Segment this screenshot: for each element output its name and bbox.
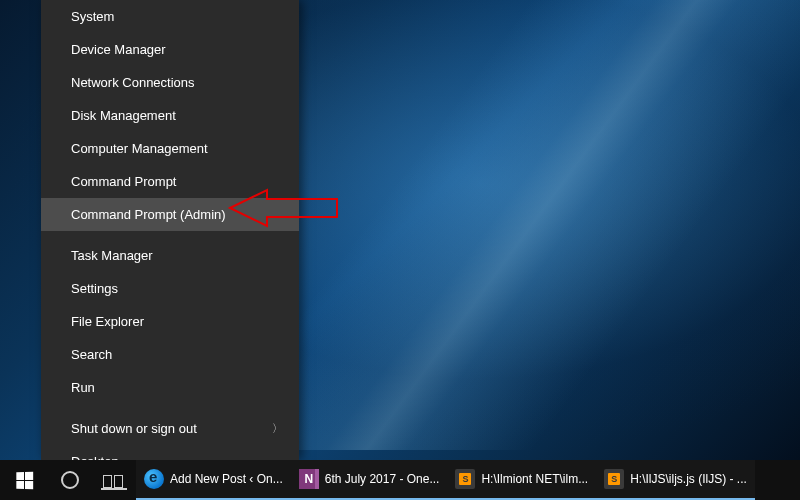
menu-item-label: Command Prompt — [71, 174, 176, 189]
taskbar-task-sublime-2[interactable]: S H:\IlJS\iljs.js (IlJS) - ... — [596, 460, 755, 500]
taskbar-task-label: Add New Post ‹ On... — [170, 472, 283, 486]
menu-item-command-prompt-admin[interactable]: Command Prompt (Admin) — [41, 198, 299, 231]
menu-item-label: Network Connections — [71, 75, 195, 90]
taskbar-task-label: 6th July 2017 - One... — [325, 472, 440, 486]
taskbar-task-sublime-1[interactable]: S H:\Ilmiont NET\ilm... — [447, 460, 596, 500]
menu-item-command-prompt[interactable]: Command Prompt — [41, 165, 299, 198]
task-view-icon — [103, 472, 125, 488]
menu-item-label: Shut down or sign out — [71, 421, 197, 436]
taskbar: Add New Post ‹ On... N 6th July 2017 - O… — [0, 460, 800, 500]
taskbar-task-onenote[interactable]: N 6th July 2017 - One... — [291, 460, 448, 500]
menu-item-label: File Explorer — [71, 314, 144, 329]
start-button[interactable] — [0, 460, 48, 500]
menu-item-label: Settings — [71, 281, 118, 296]
menu-item-shutdown-signout[interactable]: Shut down or sign out 〉 — [41, 412, 299, 445]
menu-item-computer-management[interactable]: Computer Management — [41, 132, 299, 165]
menu-item-disk-management[interactable]: Disk Management — [41, 99, 299, 132]
chevron-right-icon: 〉 — [272, 421, 283, 436]
menu-item-label: Device Manager — [71, 42, 166, 57]
menu-item-desktop[interactable]: Desktop — [41, 445, 299, 460]
menu-item-file-explorer[interactable]: File Explorer — [41, 305, 299, 338]
menu-item-label: Computer Management — [71, 141, 208, 156]
winx-power-user-menu: System Device Manager Network Connection… — [41, 0, 299, 460]
menu-item-label: Run — [71, 380, 95, 395]
menu-item-system[interactable]: System — [41, 0, 299, 33]
edge-browser-icon — [144, 469, 164, 489]
onenote-icon: N — [299, 469, 319, 489]
menu-item-label: Command Prompt (Admin) — [71, 207, 226, 222]
menu-item-task-manager[interactable]: Task Manager — [41, 239, 299, 272]
menu-item-label: Task Manager — [71, 248, 153, 263]
cortana-button[interactable] — [48, 460, 92, 500]
menu-item-device-manager[interactable]: Device Manager — [41, 33, 299, 66]
menu-item-label: Search — [71, 347, 112, 362]
windows-logo-icon — [16, 471, 33, 489]
task-view-button[interactable] — [92, 460, 136, 500]
taskbar-task-label: H:\Ilmiont NET\ilm... — [481, 472, 588, 486]
menu-item-settings[interactable]: Settings — [41, 272, 299, 305]
sublime-text-icon: S — [455, 469, 475, 489]
menu-item-run[interactable]: Run — [41, 371, 299, 404]
menu-item-label: System — [71, 9, 114, 24]
taskbar-task-label: H:\IlJS\iljs.js (IlJS) - ... — [630, 472, 747, 486]
cortana-icon — [61, 471, 79, 489]
sublime-text-icon: S — [604, 469, 624, 489]
menu-item-label: Disk Management — [71, 108, 176, 123]
menu-item-search[interactable]: Search — [41, 338, 299, 371]
taskbar-task-edge[interactable]: Add New Post ‹ On... — [136, 460, 291, 500]
menu-item-network-connections[interactable]: Network Connections — [41, 66, 299, 99]
